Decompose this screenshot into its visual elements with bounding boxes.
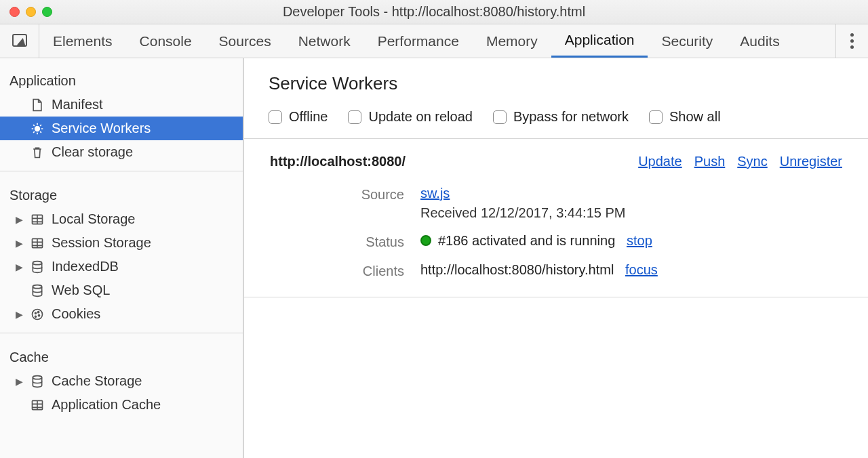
kebab-icon [850,33,854,49]
window-controls [0,7,52,17]
tab-elements[interactable]: Elements [39,24,126,58]
sidebar-item-label: Web SQL [52,283,110,298]
tab-sources[interactable]: Sources [205,24,285,58]
separator [244,297,868,297]
db-icon [30,283,45,298]
application-main: Service Workers Offline Update on reload… [244,58,868,458]
separator [0,333,243,333]
tab-security[interactable]: Security [648,24,726,58]
separator [0,171,243,171]
sidebar-group-header: Application [0,64,243,93]
sidebar-item-clear-storage[interactable]: Clear storage [0,140,243,164]
checkbox-icon [493,110,507,124]
sidebar-item-label: Service Workers [52,121,151,136]
update-link[interactable]: Update [638,154,682,169]
sidebar-group-header: Storage [0,178,243,207]
checkbox-icon [348,110,361,124]
sidebar-item-label: Cookies [52,306,100,322]
sidebar-item-application-cache[interactable]: Application Cache [0,393,243,417]
tab-memory[interactable]: Memory [473,24,551,58]
disclosure-triangle-icon[interactable]: ▶ [15,214,23,225]
disclosure-triangle-icon[interactable]: ▶ [15,376,23,387]
clients-label: Clients [269,262,404,279]
sidebar-item-label: Clear storage [52,144,133,160]
disclosure-triangle-icon[interactable]: ▶ [15,238,23,249]
inspect-icon [12,34,27,49]
cookie-icon [30,307,45,322]
source-script-link[interactable]: sw.js [420,186,450,201]
more-menu-button[interactable] [835,24,868,58]
status-label: Status [269,233,404,250]
bypass-for-network-checkbox-label: Bypass for network [513,109,629,125]
sidebar-item-label: IndexedDB [52,259,119,274]
checkbox-icon [649,110,663,124]
window-title: Developer Tools - http://localhost:8080/… [0,4,868,20]
table-icon [30,236,45,251]
minimize-window-button[interactable] [26,7,36,17]
panel-title: Service Workers [269,73,844,94]
offline-checkbox-label: Offline [289,109,328,125]
gear-icon [30,121,45,136]
window-titlebar: Developer Tools - http://localhost:8080/… [0,0,868,24]
sidebar-item-service-workers[interactable]: Service Workers [0,117,243,140]
zoom-window-button[interactable] [42,7,52,17]
focus-link[interactable]: focus [625,262,658,277]
devtools-toolbar: ElementsConsoleSourcesNetworkPerformance… [0,24,868,58]
show-all-checkbox[interactable]: Show all [649,109,721,125]
sidebar-item-label: Session Storage [52,235,151,251]
source-received: Received 12/12/2017, 3:44:15 PM [420,205,844,221]
tab-audits[interactable]: Audits [726,24,793,58]
stop-link[interactable]: stop [627,233,652,248]
application-sidebar: ApplicationManifestService WorkersClear … [0,58,244,458]
disclosure-triangle-icon[interactable]: ▶ [15,262,23,272]
checkbox-icon [269,110,282,124]
sync-link[interactable]: Sync [737,154,767,169]
status-value: #186 activated and is running stop [420,233,844,250]
sidebar-item-label: Local Storage [52,211,135,227]
separator [244,138,868,139]
sidebar-group-header: Cache [0,340,243,369]
db-icon [30,259,45,274]
db-icon [30,374,45,389]
devtools-tabs: ElementsConsoleSourcesNetworkPerformance… [39,24,793,58]
registration-actions: Update Push Sync Unregister [638,154,842,169]
sidebar-item-indexeddb[interactable]: ▶IndexedDB [0,255,243,278]
registration-scope: http://localhost:8080/ [270,154,406,169]
service-workers-toolbar: Offline Update on reload Bypass for netw… [269,109,844,125]
sidebar-item-label: Application Cache [52,397,161,413]
file-icon [30,98,45,112]
client-url: http://localhost:8080/history.html [420,262,614,277]
registration-header: http://localhost:8080/ Update Push Sync … [269,154,844,169]
status-text: #186 activated and is running [438,233,615,248]
offline-checkbox[interactable]: Offline [269,109,328,125]
update-on-reload-checkbox[interactable]: Update on reload [348,109,472,125]
update-on-reload-checkbox-label: Update on reload [368,109,472,125]
tab-application[interactable]: Application [551,24,648,58]
source-value: sw.js Received 12/12/2017, 3:44:15 PM [420,186,844,221]
sidebar-item-cookies[interactable]: ▶Cookies [0,302,243,326]
trash-icon [30,145,45,160]
source-label: Source [269,186,404,221]
table-icon [30,398,45,413]
table-icon [30,212,45,227]
source-received-timestamp: 12/12/2017, 3:44:15 PM [481,205,626,220]
registration-details: Source sw.js Received 12/12/2017, 3:44:1… [269,186,844,279]
inspect-element-button[interactable] [0,24,39,58]
tab-performance[interactable]: Performance [364,24,473,58]
sidebar-item-label: Cache Storage [52,373,142,389]
show-all-checkbox-label: Show all [669,109,721,125]
status-running-icon [420,235,431,246]
close-window-button[interactable] [9,7,20,17]
sidebar-item-cache-storage[interactable]: ▶Cache Storage [0,369,243,393]
tab-network[interactable]: Network [285,24,364,58]
sidebar-item-label: Manifest [52,97,103,112]
unregister-link[interactable]: Unregister [780,154,842,169]
sidebar-item-manifest[interactable]: Manifest [0,93,243,117]
sidebar-item-web-sql[interactable]: Web SQL [0,278,243,302]
push-link[interactable]: Push [694,154,726,169]
sidebar-item-local-storage[interactable]: ▶Local Storage [0,207,243,231]
tab-console[interactable]: Console [126,24,205,58]
sidebar-item-session-storage[interactable]: ▶Session Storage [0,231,243,255]
disclosure-triangle-icon[interactable]: ▶ [15,309,23,320]
bypass-for-network-checkbox[interactable]: Bypass for network [493,109,629,125]
